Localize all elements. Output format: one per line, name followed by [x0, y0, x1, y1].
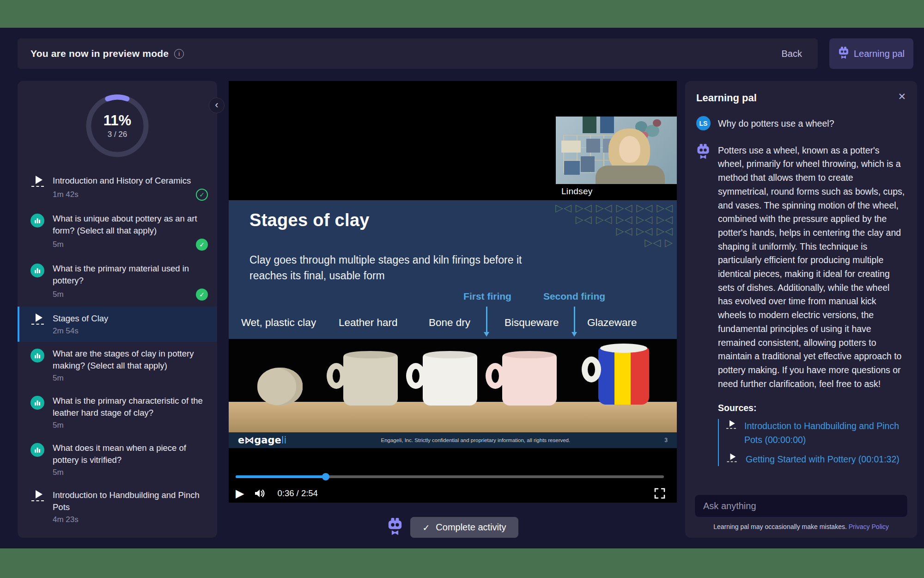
- back-button[interactable]: Back: [782, 49, 802, 59]
- completed-check-icon: ✓: [196, 239, 208, 251]
- glazeware-mug: [598, 347, 649, 405]
- preview-banner: You are now in preview mode i Back: [18, 38, 818, 69]
- bone-dry-mug: [423, 354, 477, 406]
- ask-anything-input[interactable]: [694, 494, 908, 517]
- activity-item-vitrified[interactable]: What does it mean when a piece of potter…: [18, 436, 217, 483]
- bisqueware-mug: [502, 354, 557, 406]
- slide-footer: e⋈gageli Engageli, Inc. Strictly confide…: [229, 432, 677, 448]
- sources-section: Sources: Introduction to Handbuilding an…: [718, 403, 906, 466]
- slide-title: Stages of clay: [249, 210, 370, 230]
- activity-title: Introduction to Handbuilding and Pinch P…: [53, 489, 208, 513]
- seek-progress: [236, 475, 326, 478]
- sidebar-collapse-button[interactable]: ‹: [209, 98, 225, 113]
- poll-activity-icon: [30, 349, 44, 363]
- course-progress-ring: 11% 3 / 26: [83, 91, 152, 160]
- robot-icon: [696, 143, 711, 391]
- progress-fraction: 3 / 26: [108, 130, 128, 139]
- complete-activity-row: ✓ Complete activity: [229, 517, 677, 538]
- video-activity-icon: [30, 176, 44, 201]
- completed-check-icon: ✓: [196, 289, 208, 301]
- learning-pal-toggle-button[interactable]: Learning pal: [829, 38, 913, 69]
- pottery-stages-photo: [229, 339, 677, 432]
- activity-sidebar: ‹ 11% 3 / 26 Introduction and History of…: [18, 81, 217, 538]
- activity-item-unique-pottery[interactable]: What is unique about pottery as an art f…: [18, 207, 217, 257]
- completed-check-icon: ✓: [196, 189, 208, 201]
- poll-activity-icon: [30, 396, 44, 410]
- stage-label: Wet, plastic clay: [241, 317, 316, 329]
- slide-number: 3: [664, 437, 668, 443]
- check-icon: ✓: [422, 523, 430, 533]
- app-window: You are now in preview mode i Back Learn…: [0, 28, 924, 548]
- activity-list: Introduction and History of Ceramics 1m …: [18, 169, 217, 530]
- close-icon[interactable]: ✕: [898, 92, 906, 102]
- activity-duration: 5m: [53, 421, 64, 430]
- activity-duration: 5m: [53, 468, 64, 477]
- activity-title: Introduction and History of Ceramics: [53, 175, 208, 187]
- presenter-name-label: Lindsey: [556, 184, 677, 199]
- slide: ▷◁ ▷◁ ▷◁ ▷◁ ▷◁ ▷◁ ▷◁ ▷◁ ▷◁ ▷◁ ▷◁ ▷◁ ▷◁ ▷…: [229, 200, 677, 448]
- complete-activity-button[interactable]: ✓ Complete activity: [410, 517, 518, 538]
- activity-duration: 5m: [53, 374, 64, 383]
- video-player: Lindsey ▷◁ ▷◁ ▷◁ ▷◁ ▷◁ ▷◁ ▷◁ ▷◁ ▷◁ ▷◁ ▷◁…: [229, 81, 677, 503]
- learning-pal-toggle-label: Learning pal: [854, 49, 905, 59]
- second-firing-arrow: [574, 307, 575, 332]
- seek-bar[interactable]: [236, 475, 664, 478]
- chat-panel-title: Learning pal: [696, 92, 757, 104]
- progress-percent: 11%: [103, 112, 131, 129]
- user-question-text: Why do potters use a wheel?: [718, 116, 834, 131]
- poll-activity-icon: [30, 264, 44, 277]
- engageli-logo: e⋈gageli: [238, 435, 286, 446]
- poll-activity-icon: [30, 443, 44, 457]
- bot-message: Potters use a wheel, known as a potter's…: [696, 143, 906, 391]
- second-firing-label: Second firing: [543, 291, 605, 302]
- activity-item-handbuilding[interactable]: Introduction to Handbuilding and Pinch P…: [18, 483, 217, 530]
- activity-item-stages-of-clay[interactable]: Stages of Clay 2m 54s: [18, 307, 217, 342]
- bot-answer-text: Potters use a wheel, known as a potter's…: [718, 143, 906, 391]
- source-link-handbuilding[interactable]: Introduction to Handbuilding and Pinch P…: [726, 419, 906, 447]
- play-button[interactable]: ▶: [236, 487, 244, 500]
- first-firing-label: First firing: [463, 291, 511, 302]
- activity-item-intro-ceramics[interactable]: Introduction and History of Ceramics 1m …: [18, 169, 217, 207]
- video-activity-icon: [30, 314, 44, 336]
- leather-hard-mug: [343, 354, 398, 406]
- privacy-policy-link[interactable]: Privacy Policy: [849, 523, 889, 530]
- preview-banner-text: You are now in preview mode: [30, 48, 169, 59]
- player-controls: ▶ 0:36 / 2:54: [236, 484, 666, 503]
- stage-label: Bone dry: [429, 317, 470, 329]
- time-display: 0:36 / 2:54: [277, 488, 317, 498]
- poll-activity-icon: [30, 214, 44, 228]
- slide-body-text: Clay goes through multiple stages and ki…: [249, 252, 559, 283]
- info-icon[interactable]: i: [174, 49, 184, 59]
- activity-duration: 2m 54s: [53, 326, 79, 336]
- activity-title: What is unique about pottery as an art f…: [53, 213, 208, 237]
- activity-item-primary-material[interactable]: What is the primary material used in pot…: [18, 257, 217, 307]
- wet-clay-lump: [257, 368, 303, 406]
- robot-icon: [838, 47, 849, 61]
- sources-label: Sources:: [718, 403, 906, 413]
- source-link-getting-started[interactable]: Getting Started with Pottery (00:01:32): [726, 452, 906, 466]
- activity-title: What does it mean when a piece of potter…: [53, 442, 208, 466]
- activity-title: Stages of Clay: [53, 313, 208, 325]
- first-firing-arrow: [486, 307, 487, 332]
- webcam-video: [556, 117, 677, 184]
- chat-disclaimer: Learning pal may occasionally make mista…: [685, 517, 917, 538]
- learning-pal-panel: Learning pal ✕ LS Why do potters use a w…: [685, 81, 917, 538]
- activity-duration: 1m 42s: [53, 190, 79, 199]
- confidential-text: Engageli, Inc. Strictly confidential and…: [286, 437, 664, 443]
- activity-item-stages-question[interactable]: What are the stages of clay in pottery m…: [18, 342, 217, 389]
- activity-duration: 4m 23s: [53, 515, 79, 524]
- activity-duration: 5m: [53, 290, 64, 299]
- activity-title: What is the primary characteristic of th…: [53, 395, 208, 419]
- video-activity-icon: [726, 454, 737, 462]
- stage-label: Leather hard: [339, 317, 398, 329]
- stage-label: Bisqueware: [505, 317, 559, 329]
- user-avatar: LS: [696, 116, 711, 130]
- seek-handle[interactable]: [322, 473, 329, 480]
- fullscreen-button[interactable]: [654, 487, 666, 499]
- chat-messages: LS Why do potters use a wheel? Potters u…: [685, 104, 917, 490]
- learning-pal-mascot-icon[interactable]: [387, 518, 403, 537]
- volume-button[interactable]: [254, 489, 265, 498]
- presenter: [596, 129, 665, 184]
- stage-label: Glazeware: [587, 317, 637, 329]
- activity-item-leather-hard[interactable]: What is the primary characteristic of th…: [18, 389, 217, 436]
